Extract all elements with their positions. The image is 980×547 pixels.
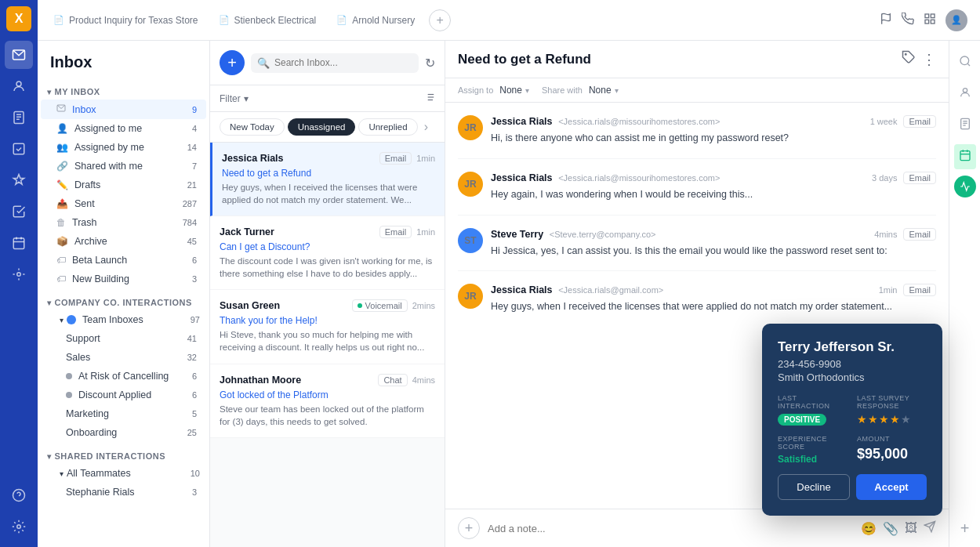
flag-icon[interactable] (880, 13, 892, 28)
image-button[interactable]: 🖼 (905, 521, 917, 535)
conv-item-johnathan-locked[interactable]: Johnathan Moore Chat 4mins Got locked of… (210, 364, 445, 438)
nav-tasks[interactable] (5, 197, 33, 226)
inbox-item-trash[interactable]: 🗑 Trash 784 (41, 213, 206, 232)
conv-item-jack-discount[interactable]: Jack Turner Email 1min Can I get a Disco… (210, 216, 445, 290)
right-calendar-icon[interactable] (954, 144, 976, 169)
inbox-item-shared-with-me[interactable]: 🔗 Shared with me 7 (41, 157, 206, 176)
sort-button[interactable] (424, 92, 435, 105)
msg-content-2: Jessica Rials <Jessica.rials@missourihom… (491, 172, 936, 202)
tag-dot-discount (66, 392, 72, 398)
attach-button[interactable]: 📎 (883, 521, 898, 536)
inbox-item-sent[interactable]: 📤 Sent 287 (41, 194, 206, 213)
compose-button[interactable]: + (220, 50, 245, 75)
assign-to-select[interactable]: None ▾ (499, 85, 529, 96)
tab-bar: 📄 Product Inquiry for Texas Store 📄 Stie… (38, 0, 980, 41)
right-add-button[interactable]: + (960, 520, 970, 538)
msg-content-3: Steve Terry <Steve.terry@company.co> 4mi… (491, 228, 936, 259)
inbox-item-support[interactable]: Support 41 (41, 329, 206, 348)
svg-rect-17 (925, 20, 929, 24)
inbox-item-sales[interactable]: Sales 32 (41, 348, 206, 367)
inbox-item-assigned-by-me[interactable]: 👥 Assigned by me 14 (41, 138, 206, 157)
conv-header-actions: ⋮ (902, 50, 936, 68)
inbox-item-drafts[interactable]: ✏️ Drafts 21 (41, 176, 206, 194)
refresh-button[interactable]: ↻ (425, 56, 435, 71)
tab-doc-icon-2: 📄 (219, 15, 230, 25)
inbox-item-at-risk[interactable]: At Risk of Cancelling 6 (41, 367, 206, 386)
my-inbox-section: ▾ My Inbox Inbox 9 👤 Assigned to me 4 👥 … (38, 81, 209, 292)
tab-pill-unreplied[interactable]: Unreplied (358, 118, 417, 136)
nav-help[interactable] (5, 481, 33, 509)
tab-arnold[interactable]: 📄 Arnold Nursery (327, 10, 424, 31)
tab-stienbeck[interactable]: 📄 Stienbeck Electrical (209, 10, 326, 31)
more-icon[interactable]: ⋮ (922, 51, 936, 68)
tab-product-inquiry[interactable]: 📄 Product Inquiry for Texas Store (44, 10, 208, 31)
nav-settings[interactable] (5, 513, 33, 541)
inbox-sidebar: Inbox ▾ My Inbox Inbox 9 👤 Assigned to m… (38, 41, 210, 547)
experience-score-value: Satisfied (778, 454, 848, 465)
tab-pill-more[interactable]: › (421, 118, 431, 136)
conv-view-header: Need to get a Refund ⋮ (445, 41, 949, 78)
right-activity-icon[interactable] (954, 176, 976, 197)
shared-section-header[interactable]: ▾ Shared Interactions (38, 448, 209, 464)
shared-section: ▾ Shared Interactions ▾ All Teammates 10… (38, 445, 209, 505)
message-row: JR Jessica Rials <Jessica.rials@missouri… (458, 115, 936, 146)
search-input[interactable] (274, 57, 412, 68)
right-person-icon[interactable] (954, 82, 976, 107)
inbox-item-assigned-to-me[interactable]: 👤 Assigned to me 4 (41, 119, 206, 138)
decline-button[interactable]: Decline (778, 474, 850, 500)
filter-button[interactable]: Filter ▾ (220, 93, 249, 104)
contact-phone: 234-456-9908 (778, 358, 927, 370)
inbox-item-discount[interactable]: Discount Applied 6 (41, 386, 206, 404)
inbox-item-marketing[interactable]: Marketing 5 (41, 404, 206, 423)
conv-item-susan-voicemail[interactable]: Susan Green Voicemail 2mins Thank you fo… (210, 290, 445, 364)
conv-tab-pills: New Today Unassigned Unreplied › (210, 112, 445, 143)
user-avatar[interactable]: 👤 (946, 9, 967, 31)
all-teammates-header[interactable]: ▾ All Teammates 10 (38, 464, 209, 483)
nav-apps[interactable] (5, 260, 33, 288)
company-section-header[interactable]: ▾ Company Co. Interactions (38, 295, 209, 310)
tab-add-button[interactable]: + (429, 9, 451, 31)
add-note-button[interactable]: + (458, 517, 480, 539)
message-row: JR Jessica Rials <Jessica.rials@missouri… (458, 172, 936, 202)
right-search-icon[interactable] (954, 50, 976, 75)
right-docs-icon[interactable] (954, 113, 976, 138)
share-with-select[interactable]: None ▾ (589, 85, 619, 96)
app-sidebar: X (0, 0, 38, 547)
teammates-chevron: ▾ (60, 469, 64, 478)
nav-reports[interactable] (5, 135, 33, 163)
inbox-item-beta-launch[interactable]: 🏷 Beta Launch 6 (41, 251, 206, 270)
chevron-icon-2: ▾ (47, 299, 52, 307)
inbox-item-stephanie[interactable]: Stephanie Rials 3 (41, 483, 206, 502)
tab-pill-new-today[interactable]: New Today (220, 118, 285, 136)
inbox-item-archive[interactable]: 📦 Archive 45 (41, 232, 206, 251)
accept-button[interactable]: Accept (856, 474, 927, 500)
note-input[interactable] (488, 523, 853, 534)
tab-pill-unassigned[interactable]: Unassigned (288, 118, 356, 136)
label-icon[interactable] (902, 50, 916, 68)
send-button[interactable] (924, 520, 936, 536)
inbox-icon (56, 103, 66, 115)
nav-calendar[interactable] (5, 229, 33, 257)
svg-line-30 (967, 63, 970, 66)
phone-icon[interactable] (902, 13, 914, 28)
nav-documents[interactable] (5, 103, 33, 132)
conv-item-jessica-refund[interactable]: Jessica Rials Email 1min Need to get a R… (210, 143, 445, 216)
nav-contacts[interactable] (5, 72, 33, 100)
shared-icon: 🔗 (56, 161, 68, 172)
contact-company: Smith Orthodontics (778, 371, 927, 383)
nav-inbox[interactable] (5, 41, 33, 69)
nav-deals[interactable] (5, 166, 33, 194)
emoji-button[interactable]: 😊 (861, 521, 877, 536)
assign-bar: Assign to None ▾ Share with None ▾ (445, 78, 949, 103)
drafts-icon: ✏️ (56, 179, 68, 190)
my-inbox-header[interactable]: ▾ My Inbox (38, 84, 209, 100)
grid-icon[interactable] (924, 13, 936, 28)
inbox-item-new-building[interactable]: 🏷 New Building 3 (41, 270, 206, 288)
msg-content-1: Jessica Rials <Jessica.rials@missourihom… (491, 115, 936, 146)
svg-point-13 (17, 525, 21, 529)
team-inboxes-header[interactable]: ▾ Team Inboxes 97 (38, 310, 209, 329)
inbox-item-inbox[interactable]: Inbox 9 (41, 100, 206, 119)
conv-title: Need to get a Refund (458, 52, 591, 67)
inbox-item-onboarding[interactable]: Onboarding 25 (41, 423, 206, 442)
assign-to-group: Assign to None ▾ (458, 85, 529, 96)
